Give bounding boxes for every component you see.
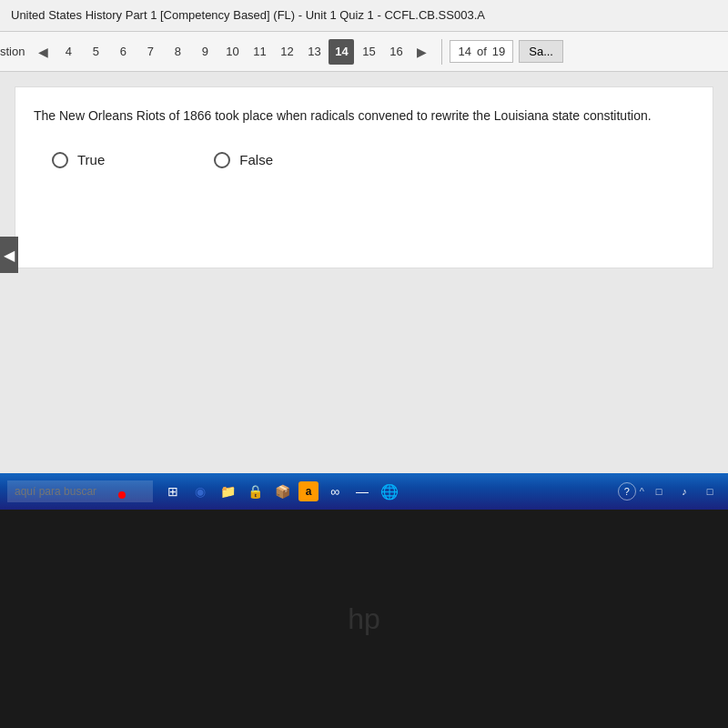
taskbar-icon-grid[interactable]: ⊞ [162, 480, 184, 502]
taskbar-icon-display[interactable]: □ [648, 480, 670, 502]
total-pages: 19 [492, 45, 505, 58]
option-true[interactable]: True [52, 152, 105, 168]
taskbar-icon-edge[interactable]: ◉ [189, 480, 211, 502]
red-dot [118, 491, 126, 499]
nav-num-16[interactable]: 16 [383, 39, 409, 65]
option-true-label: True [77, 152, 105, 167]
prev-arrow[interactable]: ◀ [30, 39, 56, 65]
taskbar-right: ? ^ □ ♪ □ [618, 480, 721, 502]
taskbar-icon-amazon[interactable]: a [298, 481, 318, 501]
taskbar-icon-battery[interactable]: □ [699, 480, 721, 502]
taskbar-icon-dropbox[interactable]: 📦 [271, 480, 293, 502]
taskbar-icon-chrome[interactable]: 🌐 [379, 480, 400, 502]
save-button[interactable]: Sa... [519, 40, 563, 63]
bottom-area: hp [0, 510, 728, 728]
nav-num-11[interactable]: 11 [247, 39, 272, 65]
nav-divider [441, 39, 442, 65]
nav-num-12[interactable]: 12 [274, 39, 299, 65]
taskbar-icon-folder[interactable]: 📁 [217, 480, 238, 502]
hp-logo: hp [348, 602, 380, 636]
taskbar-icon-infinity[interactable]: ∞ [324, 480, 346, 502]
nav-label: stion [0, 45, 30, 58]
nav-num-6[interactable]: 6 [110, 39, 136, 65]
nav-num-7[interactable]: 7 [137, 39, 163, 65]
of-label: of [477, 45, 487, 58]
option-false[interactable]: False [214, 152, 273, 168]
radio-true[interactable] [52, 152, 68, 168]
nav-numbers: 4 5 6 7 8 9 10 11 12 13 14 15 16 [56, 39, 409, 65]
nav-num-8[interactable]: 8 [165, 39, 190, 65]
nav-num-4[interactable]: 4 [56, 39, 81, 65]
nav-num-13[interactable]: 13 [301, 39, 327, 65]
taskbar-icon-dash[interactable]: — [351, 480, 373, 502]
nav-num-10[interactable]: 10 [219, 39, 245, 65]
question-area: The New Orleans Riots of 1866 took place… [15, 86, 713, 268]
nav-bar: stion ◀ 4 5 6 7 8 9 10 11 12 13 14 15 16… [0, 32, 728, 72]
search-input[interactable] [7, 480, 153, 502]
radio-false[interactable] [214, 152, 230, 168]
current-page: 14 [458, 45, 470, 58]
screen: United States History Part 1 [Competency… [0, 0, 728, 510]
question-text: The New Orleans Riots of 1866 took place… [34, 106, 694, 126]
page-info: 14 of 19 [450, 40, 513, 63]
next-arrow[interactable]: ▶ [409, 39, 434, 65]
side-nav-arrow[interactable]: ◀ [0, 237, 18, 273]
nav-num-15[interactable]: 15 [356, 39, 381, 65]
nav-num-9[interactable]: 9 [192, 39, 217, 65]
nav-num-5[interactable]: 5 [83, 39, 108, 65]
nav-num-14[interactable]: 14 [329, 39, 354, 65]
taskbar-help-icon[interactable]: ? [618, 482, 636, 500]
title-bar: United States History Part 1 [Competency… [0, 0, 728, 32]
title-text: United States History Part 1 [Competency… [11, 8, 485, 22]
option-false-label: False [239, 152, 273, 167]
taskbar: ⊞ ◉ 📁 🔒 📦 a ∞ — 🌐 ? ^ □ ♪ □ [0, 473, 728, 510]
taskbar-icon-sound[interactable]: ♪ [673, 480, 695, 502]
taskbar-caret: ^ [640, 486, 644, 497]
options-row: True False [34, 152, 694, 168]
taskbar-icon-lock[interactable]: 🔒 [244, 480, 266, 502]
taskbar-icons: ⊞ ◉ 📁 🔒 📦 a ∞ — 🌐 [162, 480, 400, 502]
